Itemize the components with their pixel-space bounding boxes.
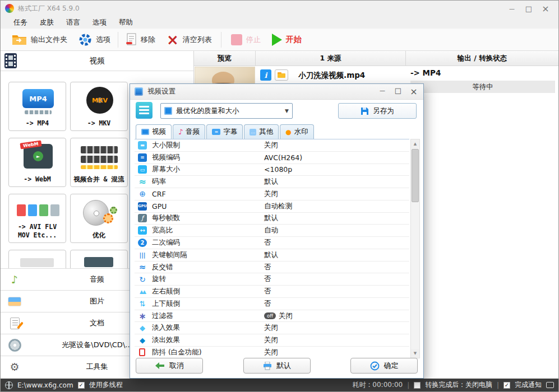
default-button[interactable]: 默认 [243, 358, 311, 374]
card-partial[interactable] [70, 250, 128, 268]
off-toggle-icon[interactable]: off [264, 312, 276, 319]
dialog-buttons: 取消 默认 确定 [136, 358, 418, 374]
tab-subtitle[interactable]: 字幕 [206, 124, 243, 139]
setting-row-flip-vertical[interactable]: 上下颠倒否 [135, 298, 409, 310]
setting-value: 关闭 [264, 348, 278, 357]
ok-label: 确定 [384, 361, 399, 371]
section-label: 文档 [90, 318, 104, 328]
video-section-header[interactable]: 视频 [1, 51, 193, 71]
multithread-checkbox[interactable] [78, 382, 85, 389]
cancel-button[interactable]: 取消 [136, 358, 203, 374]
settings-scrollbar[interactable] [410, 139, 420, 358]
tab-other[interactable]: 其他 [244, 124, 279, 139]
section-label: 工具集 [86, 362, 108, 372]
video-section-label: 视频 [90, 56, 105, 66]
card-webm[interactable]: WebM ► -> WebM [8, 138, 66, 187]
monitor-icon [138, 165, 147, 174]
tab-audio[interactable]: 音频 [173, 124, 205, 139]
setting-value: 否 [264, 274, 271, 284]
gear-icon [78, 33, 92, 46]
setting-name: 防抖 (白金功能) [152, 348, 264, 357]
column-output-state[interactable]: 输出 / 转换状态 [406, 51, 558, 66]
setting-row-screen-size[interactable]: 屏幕大小<1080p [135, 164, 409, 176]
card-video-join[interactable]: 视频合并 & 混流 [70, 138, 128, 187]
dialog-maximize-icon[interactable] [393, 86, 403, 97]
film-base-icon [25, 110, 52, 114]
save-as-button[interactable]: 另存为 [338, 103, 417, 119]
menubar: 任务 皮肤 语言 选项 帮助 [1, 16, 558, 29]
globe-icon [5, 381, 13, 389]
setting-row-filter[interactable]: 过滤器off关闭 [135, 310, 409, 323]
card-mkv[interactable]: MKV -> MKV [70, 82, 128, 131]
tab-label: 其他 [259, 127, 273, 137]
scroll-down-icon[interactable] [411, 349, 419, 358]
setting-row-size-limit[interactable]: 大小限制关闭 [135, 139, 409, 152]
setting-value: 关闭 [279, 311, 293, 321]
stop-button[interactable]: 停止 [225, 32, 266, 48]
clear-list-button[interactable]: × 清空列表 [161, 32, 218, 48]
output-folder-button[interactable]: 输出文件夹 [6, 31, 73, 48]
scrollbar-thumb[interactable] [412, 149, 419, 202]
profile-icon [136, 102, 153, 119]
setting-row-gpu[interactable]: GPU自动检测 [135, 200, 409, 213]
menu-task[interactable]: 任务 [7, 17, 34, 29]
setting-name: 宽高比 [152, 226, 264, 235]
setting-row-fps[interactable]: 每秒帧数默认 [135, 213, 409, 225]
setting-name: 码率 [152, 177, 264, 186]
tab-video[interactable]: 视频 [136, 124, 172, 139]
setting-row-fade-in[interactable]: 淡入效果关闭 [135, 322, 409, 334]
maximize-icon[interactable] [520, 1, 537, 16]
dialog-minimize-icon[interactable] [377, 86, 387, 97]
ok-button[interactable]: 确定 [350, 358, 418, 374]
setting-row-bitrate[interactable]: 码率默认 [135, 176, 409, 188]
minimize-icon[interactable] [503, 1, 520, 16]
info-icon[interactable]: i [260, 69, 271, 81]
menu-options[interactable]: 选项 [86, 17, 113, 29]
quality-profile-dropdown[interactable]: 最优化的质量和大小 [160, 103, 293, 119]
setting-row-rotate[interactable]: 旋转否 [135, 273, 409, 286]
card-graphic [84, 257, 113, 267]
menu-help[interactable]: 帮助 [113, 17, 139, 29]
setting-value: 关闭 [264, 323, 278, 333]
picture-icon [7, 294, 22, 309]
setting-row-deinterlace[interactable]: 反交错否 [135, 262, 409, 274]
shutdown-after-checkbox[interactable] [414, 382, 421, 389]
save-as-label: 另存为 [373, 106, 394, 116]
card-avi-flv-mov[interactable]: -> AVI FLV MOV Etc... [8, 194, 66, 243]
dialog-close-icon[interactable] [409, 86, 419, 97]
menu-language[interactable]: 语言 [60, 17, 86, 29]
card-optimize[interactable]: 优化 [70, 194, 128, 243]
dialog-titlebar[interactable]: 视频设置 [130, 84, 423, 100]
column-source[interactable]: 1 来源 [256, 51, 406, 66]
app-icon [5, 4, 14, 13]
setting-row-fade-out[interactable]: 淡出效果关闭 [135, 334, 409, 347]
notify-checkbox[interactable] [503, 382, 510, 389]
setting-row-video-codec[interactable]: 视频编码AVC(H264) [135, 152, 409, 164]
options-button[interactable]: 选项 [73, 31, 116, 49]
start-button[interactable]: 开始 [266, 31, 307, 48]
card-mp4[interactable]: MP4 -> MP4 [8, 82, 66, 131]
setting-name: 过滤器 [152, 311, 264, 321]
setting-row-crf[interactable]: CRF关闭 [135, 188, 409, 200]
scroll-up-icon[interactable] [411, 139, 419, 148]
setting-row-stabilize[interactable]: 防抖 (白金功能)关闭 [135, 347, 409, 358]
setting-name: CRF [152, 190, 264, 198]
tab-watermark[interactable]: 水印 [280, 124, 313, 139]
setting-row-two-pass[interactable]: 二次编码否 [135, 237, 409, 249]
notify-label: 完成通知 [515, 380, 542, 390]
statusbar-separator: | [407, 381, 409, 389]
menu-skin[interactable]: 皮肤 [34, 17, 60, 29]
size-limit-icon [138, 141, 147, 150]
setting-name: 大小限制 [152, 141, 264, 150]
remove-button[interactable]: 移除 [120, 31, 161, 49]
open-folder-icon[interactable] [275, 69, 288, 81]
column-preview[interactable]: 预览 [194, 51, 256, 66]
setting-row-flip-horizontal[interactable]: 左右颠倒否 [135, 286, 409, 298]
setting-row-aspect-ratio[interactable]: 宽高比自动 [135, 225, 409, 237]
setting-row-keyframe-interval[interactable]: 关键帧间隔默认 [135, 249, 409, 262]
disc-icon [7, 338, 22, 352]
close-icon[interactable] [537, 1, 554, 16]
toolbar-separator [221, 32, 221, 48]
card-partial[interactable] [8, 250, 66, 268]
setting-value: 关闭 [264, 335, 278, 345]
